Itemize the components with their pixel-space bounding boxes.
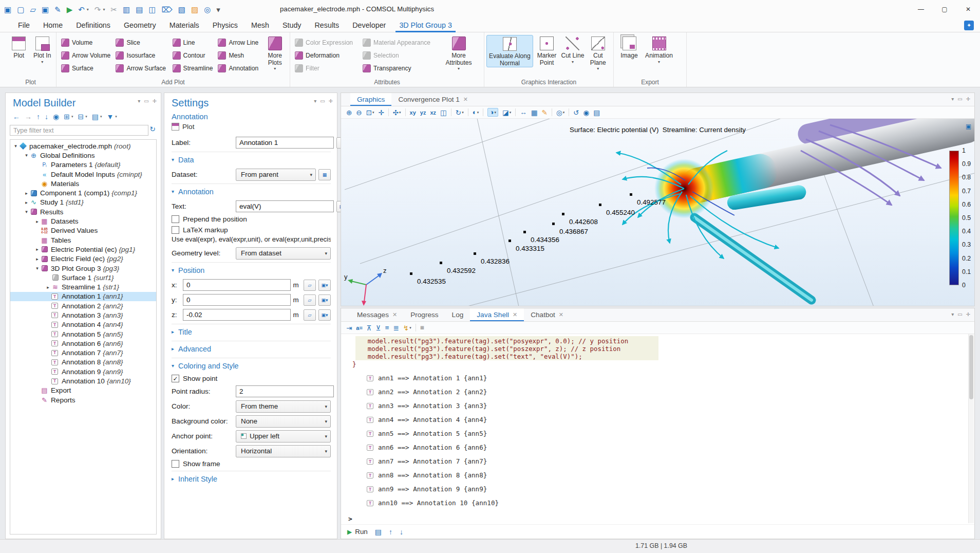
scene-icon[interactable]: ◐▾ (473, 108, 479, 116)
collapse-arrow-icon[interactable]: ▾ (23, 153, 30, 158)
more-plots-button[interactable]: More Plots ▾ (262, 35, 288, 71)
section-annotation[interactable]: ▾Annotation (172, 183, 331, 199)
expand-arrow-icon[interactable]: ▸ (34, 247, 41, 252)
paste-icon[interactable]: ▤ (136, 6, 143, 13)
redo-icon[interactable]: ↷ (95, 6, 101, 13)
menu-definitions[interactable]: Definitions (69, 19, 117, 32)
shell-scrollbar[interactable] (968, 334, 974, 523)
panel-menu-icon[interactable]: ▾ (951, 96, 954, 102)
tree-item-global-definitions[interactable]: ▾⊕Global Definitions (10, 151, 156, 160)
tree-item-annotation-7[interactable]: TAnnotation 7{ann7} (10, 348, 156, 358)
tab-messages[interactable]: Messages✕ (350, 308, 404, 321)
close-icon[interactable]: ✕ (392, 311, 397, 318)
range-button[interactable]: ▱ (304, 280, 316, 291)
tree-item-datasets[interactable]: ▸▦Datasets (10, 216, 156, 226)
line-button[interactable]: Line (170, 36, 216, 49)
transparency-icon[interactable]: ◪▾ (502, 108, 511, 117)
tree-item-surface-1[interactable]: Surface 1{surf1} (10, 273, 156, 282)
mesh-button[interactable]: Mesh (215, 49, 262, 62)
tree-item-annotation-3[interactable]: TAnnotation 3{ann3} (10, 310, 156, 320)
combo-button[interactable]: ▣▾ (318, 309, 331, 321)
plot-info-icon[interactable]: ▣ (966, 123, 971, 130)
tree-item-study-1[interactable]: ▸∿Study 1{std1} (10, 198, 156, 207)
menu-home[interactable]: Home (36, 19, 69, 32)
duplicate-icon[interactable]: ◫ (148, 6, 156, 13)
collapse-all-icon[interactable]: ⊟ (78, 113, 84, 121)
collapse-arrow-icon[interactable]: ▾ (12, 143, 19, 149)
filter-dropdown-icon[interactable]: ▾ (115, 115, 117, 119)
close-icon[interactable]: ✕ (513, 311, 517, 318)
rotate-icon[interactable]: ↻▾ (456, 108, 464, 117)
panel-menu-icon[interactable]: ▾ (138, 98, 140, 104)
volume-button[interactable]: Volume (59, 36, 113, 49)
expand-arrow-icon[interactable]: ▸ (23, 191, 30, 196)
clear-console-icon[interactable]: ≡ (385, 324, 389, 331)
orientation-select[interactable]: Horizontal▾ (236, 445, 331, 457)
cut-line-button[interactable]: Cut Line ▾ (560, 35, 585, 64)
menu-file[interactable]: File (11, 19, 36, 32)
animation-button[interactable]: Animation ▾ (643, 35, 675, 64)
streamline-button[interactable]: Streamline (170, 62, 216, 75)
background-color-select[interactable]: None▾ (236, 415, 331, 428)
save-as-icon[interactable]: ✎ (54, 6, 61, 13)
fold-down-icon[interactable]: ⊻ (376, 324, 381, 332)
model-tree-columns-dropdown-icon[interactable]: ▾ (100, 115, 102, 119)
isosurface-button[interactable]: Isosurface (113, 49, 169, 62)
annotation-button[interactable]: Annotation (215, 62, 262, 75)
copy-icon[interactable]: ▥ (123, 6, 130, 13)
tree-item-pacemaker-electrode-mph[interactable]: ▾pacemaker_electrode.mph(root) (10, 141, 156, 151)
image-snapshot-icon[interactable]: ◉ (583, 108, 590, 117)
tab-java-shell[interactable]: Java Shell✕ (470, 308, 524, 321)
tree-item-electric-potential-ec[interactable]: ▸Electric Potential (ec){pg1} (10, 245, 156, 254)
plot-toolbar-button[interactable]: Plot (172, 123, 194, 131)
tab-convergence-plot-1[interactable]: Convergence Plot 1✕ (391, 93, 475, 106)
zoom-in-icon[interactable]: ⊕ (346, 108, 352, 117)
tree-item-annotation-4[interactable]: TAnnotation 4{ann4} (10, 320, 156, 329)
menu-physics[interactable]: Physics (206, 19, 244, 32)
assistant-icon[interactable]: ✦ (964, 21, 974, 30)
java-shell-console[interactable]: model.result("pg3").feature(tag).set("po… (341, 334, 967, 524)
tree-item-default-model-inputs[interactable]: «Default Model Inputs{cminpt} (10, 170, 156, 179)
run-button[interactable]: Run (355, 528, 368, 536)
x-position-field[interactable] (183, 279, 291, 291)
select-box-icon[interactable]: ▧ (178, 6, 185, 13)
tree-item-component-1-comp1[interactable]: ▸Component 1 (comp1){comp1} (10, 188, 156, 197)
marker-point-button[interactable]: Marker Point (533, 35, 560, 66)
forward-icon[interactable]: → (25, 113, 32, 121)
tree-item-annotation-8[interactable]: TAnnotation 8{ann8} (10, 358, 156, 367)
tab-progress[interactable]: Progress (404, 308, 445, 321)
view-yz-icon[interactable]: yz (420, 109, 426, 116)
grid-icon[interactable]: ▦ (531, 108, 538, 117)
collapse-all-dropdown-icon[interactable]: ▾ (85, 115, 87, 119)
save-icon[interactable]: ▣ (42, 6, 49, 13)
filter-icon[interactable]: ▼ (106, 113, 114, 121)
history-down-icon[interactable]: ↓ (400, 528, 403, 536)
close-icon[interactable]: ✕ (463, 96, 468, 103)
geometry-level-select[interactable]: From dataset▾ (236, 247, 331, 260)
more-commands-icon[interactable]: ▾ (216, 6, 220, 13)
minimize-button[interactable]: — (909, 0, 933, 19)
plot-area[interactable]: z y x Surface: Electric potential (V) St… (341, 119, 974, 306)
scrollbar-thumb[interactable] (969, 335, 973, 399)
perspective-icon[interactable]: ◫ (440, 108, 447, 117)
panel-pin-icon[interactable]: ✛ (966, 311, 970, 317)
prepend-position-checkbox[interactable]: Prepend the position (172, 214, 331, 225)
plot-in-button[interactable]: Plot In ▾ (31, 35, 54, 64)
show-point-checkbox[interactable]: ✓Show point (172, 373, 331, 384)
section-inherit-style[interactable]: ▸Inherit Style (172, 471, 331, 486)
latex-markup-checkbox[interactable]: LaTeX markup (172, 225, 331, 235)
tree-item-3d-plot-group-3[interactable]: ▾3D Plot Group 3{pg3} (10, 264, 156, 273)
transparency-button[interactable]: Transparency (360, 62, 438, 75)
tree-item-annotation-9[interactable]: TAnnotation 9{ann9} (10, 367, 156, 376)
tree-item-parameters-1[interactable]: PᵢParameters 1{default} (10, 160, 156, 170)
show-icon[interactable]: ◉ (53, 113, 59, 121)
tree-item-results[interactable]: ▾Results (10, 207, 156, 216)
range-button[interactable]: ▱ (304, 294, 316, 306)
section-data[interactable]: ▾Data (172, 152, 331, 167)
panel-menu-icon[interactable]: ▾ (314, 98, 316, 104)
cut-plane-button[interactable]: Cut Plane ▾ (585, 35, 611, 71)
menu-geometry[interactable]: Geometry (117, 19, 163, 32)
tree-item-electric-field-ec[interactable]: ▸Electric Field (ec){pg2} (10, 254, 156, 264)
back-icon[interactable]: ← (13, 113, 20, 121)
format-icon[interactable]: ⇥ (346, 324, 352, 332)
